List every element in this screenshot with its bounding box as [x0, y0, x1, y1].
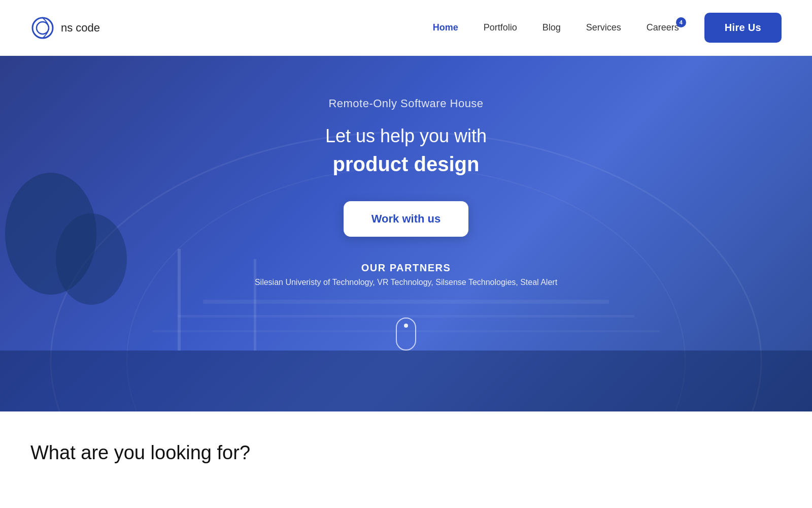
- nav-blog[interactable]: Blog: [543, 22, 561, 33]
- logo[interactable]: ns code: [30, 16, 100, 40]
- scroll-dot: [404, 324, 408, 328]
- logo-icon: [30, 16, 55, 40]
- partners-list: Silesian Univeristy of Technology, VR Te…: [255, 278, 557, 287]
- svg-rect-9: [178, 249, 181, 351]
- careers-badge: 4: [676, 17, 686, 27]
- scroll-indicator: [396, 318, 416, 351]
- hire-us-button[interactable]: Hire Us: [704, 13, 782, 43]
- svg-point-0: [32, 18, 53, 38]
- work-with-us-button[interactable]: Work with us: [344, 201, 469, 237]
- hero-title-line1: Let us help you with: [325, 125, 487, 147]
- hero-subtitle: Remote-Only Software House: [328, 97, 483, 110]
- nav-links: Home Portfolio Blog Services Careers 4 H…: [433, 13, 782, 43]
- svg-point-1: [37, 22, 49, 34]
- what-looking-heading: What are you looking for?: [30, 442, 782, 464]
- hero-title-line2: product design: [333, 153, 480, 176]
- navbar: ns code Home Portfolio Blog Services Car…: [0, 0, 812, 56]
- nav-home[interactable]: Home: [433, 22, 458, 33]
- logo-text: ns code: [61, 21, 100, 35]
- lower-section: What are you looking for?: [0, 411, 812, 484]
- svg-point-8: [56, 213, 127, 305]
- nav-services[interactable]: Services: [586, 22, 621, 33]
- hero-section: Remote-Only Software House Let us help y…: [0, 56, 812, 411]
- nav-careers[interactable]: Careers 4: [647, 22, 679, 33]
- hero-content: Remote-Only Software House Let us help y…: [255, 97, 557, 371]
- nav-portfolio[interactable]: Portfolio: [484, 22, 517, 33]
- partners-section: OUR PARTNERS Silesian Univeristy of Tech…: [255, 262, 557, 287]
- partners-title: OUR PARTNERS: [255, 262, 557, 274]
